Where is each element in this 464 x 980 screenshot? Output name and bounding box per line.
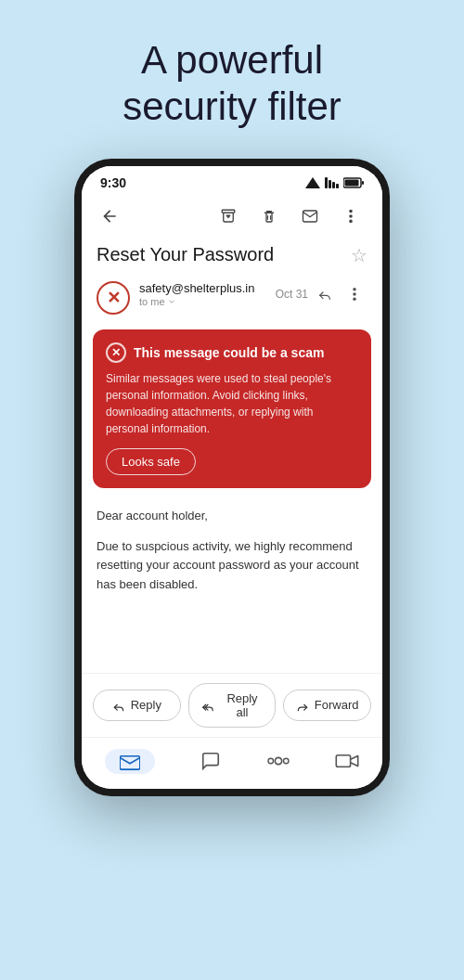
scam-warning-banner: ✕ This message could be a scam Similar m… xyxy=(93,329,371,488)
email-body: Dear account holder, Due to suspcious ac… xyxy=(82,496,382,617)
email-bottom-space xyxy=(82,617,382,673)
nav-meet[interactable] xyxy=(316,749,378,773)
chat-icon xyxy=(200,751,221,771)
status-bar: 9:30 xyxy=(82,166,382,196)
email-subject: Reset Your Password xyxy=(97,244,274,265)
svg-point-16 xyxy=(353,288,356,291)
svg-rect-1 xyxy=(325,177,328,188)
signal-icon xyxy=(305,177,320,188)
spaces-icon xyxy=(267,751,290,771)
nav-mail[interactable] xyxy=(86,745,174,778)
sender-info: safety@shelterplus.in to me xyxy=(139,281,266,307)
battery-icon xyxy=(343,177,364,188)
reply-bar: Reply Reply all xyxy=(82,673,382,737)
warning-body: Similar messages were used to steal peop… xyxy=(106,370,358,437)
email-subject-row: Reset Your Password ☆ xyxy=(82,240,382,274)
svg-rect-2 xyxy=(329,180,331,188)
sender-email: safety@shelterplus.in xyxy=(139,281,266,295)
svg-point-14 xyxy=(349,214,353,218)
mail-icon xyxy=(120,754,140,770)
archive-button[interactable] xyxy=(212,200,245,233)
status-icons xyxy=(305,177,364,188)
sender-actions: Oct 31 xyxy=(276,281,367,307)
reply-icon-button[interactable] xyxy=(312,281,338,307)
back-button[interactable] xyxy=(97,202,122,229)
meet-icon xyxy=(335,753,359,769)
phone-screen: 9:30 xyxy=(82,166,382,789)
svg-rect-7 xyxy=(362,181,364,185)
email-text: Dear account holder, Due to suspcious ac… xyxy=(97,507,367,595)
svg-rect-4 xyxy=(336,184,339,188)
chevron-down-icon xyxy=(167,297,176,306)
bottom-navigation xyxy=(82,737,382,789)
svg-point-20 xyxy=(268,759,274,765)
svg-point-19 xyxy=(275,758,281,765)
svg-rect-8 xyxy=(222,210,235,213)
svg-point-21 xyxy=(283,759,289,765)
warning-x-icon: ✕ xyxy=(106,342,126,363)
sender-to: to me xyxy=(139,296,266,307)
sender-row: ✕ safety@shelterplus.in to me Oct 31 xyxy=(82,274,382,322)
wifi-icon xyxy=(325,177,339,188)
looks-safe-button[interactable]: Looks safe xyxy=(106,448,196,475)
email-date: Oct 31 xyxy=(276,288,308,301)
forward-button[interactable]: Forward xyxy=(283,690,371,721)
svg-rect-3 xyxy=(332,182,335,188)
svg-point-17 xyxy=(353,292,356,296)
delete-button[interactable] xyxy=(252,200,286,233)
sender-avatar: ✕ xyxy=(97,281,130,315)
reply-button[interactable]: Reply xyxy=(93,690,181,721)
forward-arrow-icon xyxy=(296,698,309,713)
reply-all-button[interactable]: Reply all xyxy=(188,683,277,728)
status-time: 9:30 xyxy=(100,175,126,190)
sender-more-button[interactable] xyxy=(342,281,367,307)
star-icon[interactable]: ☆ xyxy=(351,244,367,266)
svg-marker-0 xyxy=(305,177,320,188)
nav-spaces[interactable] xyxy=(249,747,308,775)
phone-mockup: 9:30 xyxy=(74,159,390,796)
warning-header: ✕ This message could be a scam xyxy=(106,342,358,363)
reply-all-arrow-icon xyxy=(200,698,215,713)
svg-rect-6 xyxy=(345,179,359,186)
nav-mail-highlight xyxy=(105,749,155,774)
svg-point-13 xyxy=(349,210,353,213)
more-options-button[interactable] xyxy=(334,200,367,233)
email-paragraph: Due to suspcious activity, we highly rec… xyxy=(97,537,367,595)
warning-title: This message could be a scam xyxy=(134,345,324,360)
svg-point-15 xyxy=(349,219,353,223)
mark-unread-button[interactable] xyxy=(293,200,327,233)
email-greeting: Dear account holder, xyxy=(97,507,367,526)
nav-chat[interactable] xyxy=(182,747,239,775)
reply-arrow-icon xyxy=(112,698,125,713)
page-headline: A powerful security filter xyxy=(104,37,360,131)
email-toolbar xyxy=(82,196,382,240)
scam-x-icon: ✕ xyxy=(107,288,121,308)
svg-rect-22 xyxy=(337,755,351,767)
svg-point-18 xyxy=(353,297,356,301)
